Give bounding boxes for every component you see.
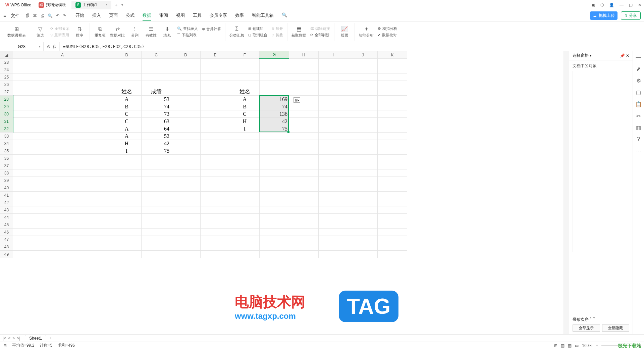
fill-button[interactable]: ⬇填充 <box>161 26 173 38</box>
cell-I38[interactable] <box>319 169 348 177</box>
cell-B33[interactable]: A <box>112 133 142 140</box>
cell-K26[interactable] <box>378 81 407 88</box>
cell-H25[interactable] <box>289 73 319 81</box>
cell-A27[interactable] <box>13 88 112 96</box>
cell-H34[interactable] <box>289 140 319 147</box>
cell-F42[interactable] <box>230 199 260 206</box>
close-pane-icon[interactable]: ✕ <box>626 53 629 58</box>
cell-H45[interactable] <box>289 221 319 229</box>
cell-D49[interactable] <box>171 251 201 258</box>
cell-G24[interactable] <box>260 66 289 73</box>
cell-I27[interactable] <box>319 88 348 96</box>
cell-I41[interactable] <box>319 192 348 199</box>
cell-F33[interactable] <box>230 133 260 140</box>
cell-C29[interactable]: 74 <box>142 103 171 110</box>
cell-G35[interactable] <box>260 147 289 155</box>
cell-B24[interactable] <box>112 66 142 73</box>
row-header-34[interactable]: 34 <box>0 140 13 147</box>
cell-G40[interactable] <box>260 184 289 192</box>
data-compare-button[interactable]: ⇄数据对比 <box>110 26 125 38</box>
cell-B34[interactable]: H <box>112 140 142 147</box>
cell-D33[interactable] <box>171 133 201 140</box>
tab-review[interactable]: 审阅 <box>159 10 168 21</box>
cell-J31[interactable] <box>348 118 378 125</box>
cell-H36[interactable] <box>289 155 319 162</box>
row-header-38[interactable]: 38 <box>0 169 13 177</box>
cell-B32[interactable]: A <box>112 125 142 133</box>
cell-F25[interactable] <box>230 73 260 81</box>
cell-C24[interactable] <box>142 66 171 73</box>
cell-H47[interactable] <box>289 236 319 243</box>
cell-A41[interactable] <box>13 192 112 199</box>
cell-B48[interactable] <box>112 243 142 251</box>
maximize-icon[interactable]: ▢ <box>629 3 633 7</box>
cell-C31[interactable]: 63 <box>142 118 171 125</box>
tab-formula[interactable]: 公式 <box>126 10 135 21</box>
cell-F30[interactable]: C <box>230 110 260 118</box>
cell-D26[interactable] <box>171 81 201 88</box>
cell-I44[interactable] <box>319 214 348 221</box>
cell-J43[interactable] <box>348 206 378 214</box>
share-button[interactable]: ⇪ 分享 <box>621 11 641 20</box>
cell-E31[interactable] <box>201 118 230 125</box>
cell-B42[interactable] <box>112 199 142 206</box>
hide-all-objects-button[interactable]: 全部隐藏 <box>602 325 630 332</box>
row-header-36[interactable]: 36 <box>0 155 13 162</box>
cell-J36[interactable] <box>348 155 378 162</box>
cell-A40[interactable] <box>13 184 112 192</box>
cell-J40[interactable] <box>348 184 378 192</box>
cell-J33[interactable] <box>348 133 378 140</box>
cell-K23[interactable] <box>378 59 407 66</box>
row-header-37[interactable]: 37 <box>0 162 13 169</box>
cell-D43[interactable] <box>171 206 201 214</box>
row-header-26[interactable]: 26 <box>0 81 13 88</box>
row-header-45[interactable]: 45 <box>0 221 13 229</box>
cell-B41[interactable] <box>112 192 142 199</box>
objects-list[interactable] <box>573 71 629 252</box>
cell-B25[interactable] <box>112 73 142 81</box>
autofill-options-icon[interactable]: ⊞▾ <box>293 97 300 103</box>
cell-H32[interactable] <box>289 125 319 133</box>
show-all-objects-button[interactable]: 全部显示 <box>573 325 600 332</box>
cell-C27[interactable]: 成绩 <box>142 88 171 96</box>
cell-K37[interactable] <box>378 162 407 169</box>
cell-A31[interactable] <box>13 118 112 125</box>
col-header-J[interactable]: J <box>348 51 378 59</box>
cell-K48[interactable] <box>378 243 407 251</box>
cell-D40[interactable] <box>171 184 201 192</box>
cell-B29[interactable]: B <box>112 103 142 110</box>
cell-E33[interactable] <box>201 133 230 140</box>
cell-A44[interactable] <box>13 214 112 221</box>
cell-A49[interactable] <box>13 251 112 258</box>
cell-B44[interactable] <box>112 214 142 221</box>
undo-icon[interactable]: ↶ <box>56 13 59 18</box>
cell-I29[interactable] <box>319 103 348 110</box>
cell-J24[interactable] <box>348 66 378 73</box>
cell-D38[interactable] <box>171 169 201 177</box>
zoom-slider[interactable] <box>601 345 635 346</box>
gear-icon[interactable]: ⚙ <box>636 78 641 84</box>
fx-icon[interactable]: fx <box>53 44 56 49</box>
duplicates-button[interactable]: ⧉重复项 <box>94 26 106 38</box>
add-sheet-button[interactable]: + <box>46 336 54 341</box>
cell-D25[interactable] <box>171 73 201 81</box>
cell-E30[interactable] <box>201 110 230 118</box>
show-all-button[interactable]: ⟳全部显示 <box>50 26 69 31</box>
cell-C35[interactable]: 75 <box>142 147 171 155</box>
cell-E35[interactable] <box>201 147 230 155</box>
cell-C33[interactable]: 52 <box>142 133 171 140</box>
row-header-44[interactable]: 44 <box>0 214 13 221</box>
cell-D29[interactable] <box>171 103 201 110</box>
cell-G47[interactable] <box>260 236 289 243</box>
cell-C45[interactable] <box>142 221 171 229</box>
cell-E27[interactable] <box>201 88 230 96</box>
cell-I46[interactable] <box>319 229 348 236</box>
row-header-24[interactable]: 24 <box>0 66 13 73</box>
cell-G28[interactable]: 169 <box>260 96 289 103</box>
spreadsheet-grid[interactable]: ◢ABCDEFGHIJK2324252627姓名成绩姓名28A53A16929B… <box>0 51 564 334</box>
cell-K33[interactable] <box>378 133 407 140</box>
cell-C36[interactable] <box>142 155 171 162</box>
cell-J45[interactable] <box>348 221 378 229</box>
cell-A37[interactable] <box>13 162 112 169</box>
cell-I45[interactable] <box>319 221 348 229</box>
